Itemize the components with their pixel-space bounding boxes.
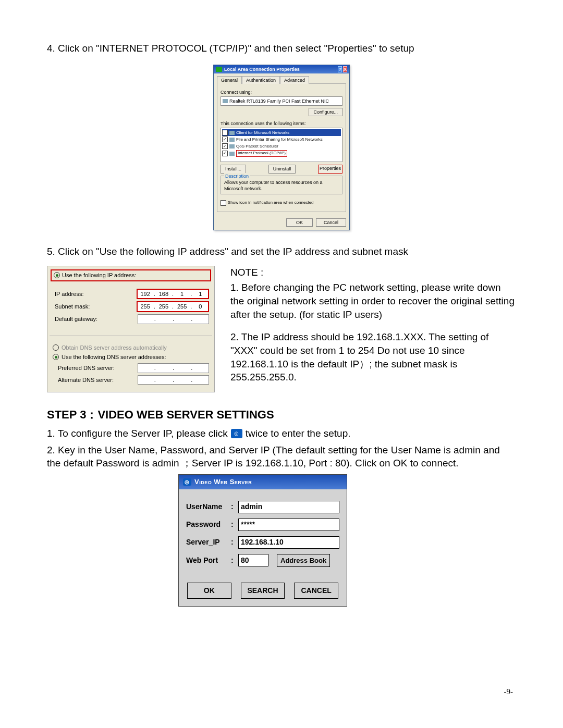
- vws-search-button[interactable]: SEARCH: [241, 583, 285, 599]
- connect-using-label: Connect using:: [221, 89, 342, 95]
- note-1: 1. Before changing the PC network settin…: [230, 281, 516, 321]
- description-box: Description Allows your computer to acce…: [221, 176, 342, 194]
- nic-field: Realtek RTL8139 Family PCI Fast Ethernet…: [221, 96, 342, 106]
- dns-auto-radio: Obtain DNS server address automatically: [53, 344, 209, 352]
- tab-advanced[interactable]: Advanced: [280, 76, 309, 84]
- step5-text: 5. Click on "Use the following IP addres…: [47, 245, 516, 258]
- alt-dns-label: Alternate DNS server:: [58, 376, 114, 384]
- vws-titlebar[interactable]: ◎Video Web Server: [179, 475, 347, 489]
- note-header: NOTE :: [230, 266, 516, 279]
- tab-body: Connect using: Realtek RTL8139 Family PC…: [217, 83, 346, 212]
- vws-icon: ◎: [183, 478, 191, 486]
- serverip-input[interactable]: 192.168.1.10: [238, 536, 339, 549]
- video-web-server-dialog: ◎Video Web Server UserName:admin Passwor…: [178, 474, 347, 607]
- alt-dns-field[interactable]: ...: [138, 375, 209, 385]
- password-label: Password: [186, 520, 231, 529]
- use-following-ip-radio[interactable]: Use the following IP address:: [51, 269, 211, 281]
- ip-address-label: IP address:: [55, 290, 83, 298]
- dialog-title: Local Area Connection Properties: [224, 66, 300, 72]
- items-list[interactable]: ✓Client for Microsoft Networks ✓File and…: [221, 128, 342, 162]
- close-button[interactable]: X: [343, 66, 347, 72]
- step4-text: 4. Click on "INTERNET PROTOCOL (TCP/IP)"…: [47, 42, 516, 55]
- vws-ok-button[interactable]: OK: [187, 583, 231, 599]
- configure-button[interactable]: Configure...: [309, 108, 342, 116]
- uninstall-button[interactable]: Uninstall: [268, 165, 296, 173]
- step3-line1: 1. To configure the Server IP, please cl…: [47, 427, 516, 440]
- help-button[interactable]: ?: [338, 66, 342, 72]
- serverip-label: Server_IP: [186, 537, 231, 547]
- dialog-tabs: General Authentication Advanced: [214, 73, 349, 83]
- show-icon-checkbox[interactable]: Show icon in notification area when conn…: [221, 200, 342, 206]
- cancel-button[interactable]: Cancel: [316, 218, 346, 227]
- uses-label: This connection uses the following items…: [221, 120, 342, 127]
- step3-heading: STEP 3：VIDEO WEB SERVER SETTINGS: [47, 407, 516, 423]
- vws-cancel-button[interactable]: CANCEL: [294, 583, 338, 599]
- network-icon: [216, 67, 222, 72]
- nic-name: Realtek RTL8139 Family PCI Fast Ethernet…: [229, 98, 329, 104]
- note-2: 2. The IP address should be 192.168.1.XX…: [230, 330, 516, 384]
- ip-settings-panel: Use the following IP address: IP address…: [47, 266, 215, 393]
- item-tcpip[interactable]: ✓Internet Protocol (TCP/IP): [222, 150, 341, 157]
- default-gateway-label: Default gateway:: [55, 315, 97, 323]
- address-book-button[interactable]: Address Book: [277, 554, 330, 567]
- page-number: -9-: [504, 686, 513, 697]
- username-label: UserName: [186, 502, 231, 512]
- ip-address-field[interactable]: 192.168.1.1: [137, 289, 209, 300]
- properties-button[interactable]: Properties: [318, 165, 342, 173]
- tab-authentication[interactable]: Authentication: [242, 76, 280, 84]
- item-fileprint[interactable]: ✓File and Printer Sharing for Microsoft …: [222, 136, 341, 143]
- pref-dns-label: Preferred DNS server:: [58, 364, 115, 372]
- install-button[interactable]: Install...: [221, 165, 246, 173]
- notes-block: NOTE : 1. Before changing the PC network…: [230, 266, 516, 386]
- description-legend: Description: [224, 173, 250, 179]
- server-icon: ◎: [231, 429, 242, 438]
- webport-input[interactable]: 80: [238, 554, 268, 566]
- subnet-mask-field[interactable]: 255.255.255.0: [137, 301, 209, 312]
- username-input[interactable]: admin: [238, 501, 339, 513]
- default-gateway-field[interactable]: ...: [138, 314, 209, 324]
- description-text: Allows your computer to access resources…: [224, 179, 339, 192]
- nic-icon: [223, 99, 228, 103]
- connection-properties-dialog: Local Area Connection Properties ?X Gene…: [213, 65, 350, 230]
- item-qos[interactable]: ✓QoS Packet Scheduler: [222, 143, 341, 150]
- password-input[interactable]: *****: [238, 519, 339, 531]
- subnet-mask-label: Subnet mask:: [55, 303, 90, 311]
- dns-manual-radio[interactable]: Use the following DNS server addresses:: [53, 353, 209, 361]
- step3-line2: 2. Key in the User Name, Password, and S…: [47, 443, 516, 470]
- dialog-titlebar[interactable]: Local Area Connection Properties ?X: [214, 65, 349, 73]
- item-client[interactable]: ✓Client for Microsoft Networks: [222, 129, 341, 136]
- pref-dns-field[interactable]: ...: [138, 363, 209, 373]
- tab-general[interactable]: General: [217, 76, 242, 84]
- webport-label: Web Port: [186, 556, 231, 565]
- ok-button[interactable]: OK: [286, 218, 313, 227]
